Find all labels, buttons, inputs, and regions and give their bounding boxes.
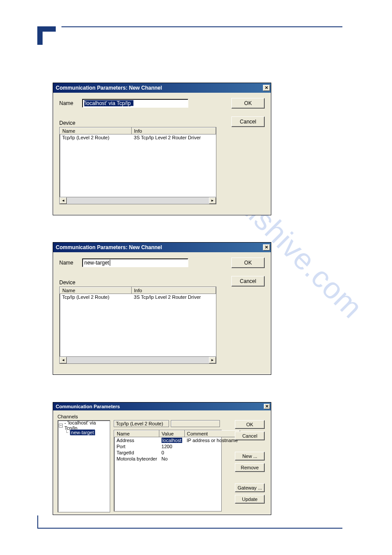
channel-type-panel: Tcp/Ip (Level 2 Route)	[114, 420, 169, 427]
address-value[interactable]: localhost	[162, 438, 182, 443]
col-value: Value	[159, 431, 184, 437]
name-value: new-target	[84, 260, 109, 266]
titlebar[interactable]: Communication Parameters: New Channel ✕	[53, 83, 271, 93]
device-list-row[interactable]: Tcp/Ip (Level 2 Route) 3S Tcp/Ip Level 2…	[60, 134, 216, 141]
remove-button[interactable]: Remove	[235, 463, 265, 472]
tree-root[interactable]: − - 'localhost' via Tcp/Ip	[59, 422, 109, 429]
device-listbox[interactable]: Name Info Tcp/Ip (Level 2 Route) 3S Tcp/…	[59, 287, 216, 364]
channels-label: Channels	[58, 414, 266, 419]
params-listbox[interactable]: Name Value Comment Address localhost IP …	[114, 430, 222, 511]
device-name: Tcp/Ip (Level 2 Route)	[60, 134, 132, 141]
scroll-left-icon[interactable]: ◄	[60, 197, 67, 204]
device-list-header: Name Info	[60, 287, 216, 294]
scroll-right-icon[interactable]: ►	[209, 197, 216, 204]
title-text: Communication Parameters: New Channel	[56, 243, 162, 252]
scroll-right-icon[interactable]: ►	[209, 357, 216, 363]
ok-button[interactable]: OK	[231, 98, 265, 109]
param-row[interactable]: TargetId 0	[115, 450, 240, 456]
col-name: Name	[60, 287, 132, 294]
title-text: Communication Parameters	[56, 403, 120, 410]
new-channel-dialog-2: Communication Parameters: New Channel ✕ …	[53, 242, 271, 375]
name-input[interactable]: 'localhost' via Tcp/Ip_	[82, 99, 188, 108]
close-icon[interactable]: ✕	[264, 404, 270, 409]
col-comment: Comment	[184, 431, 240, 437]
param-row[interactable]: Motorola byteorder No	[115, 456, 240, 462]
col-info: Info	[132, 287, 216, 294]
horizontal-scrollbar[interactable]: ◄ ►	[60, 356, 216, 363]
ok-button[interactable]: OK	[231, 258, 265, 268]
name-label: Name	[59, 260, 77, 266]
device-name: Tcp/Ip (Level 2 Route)	[60, 294, 132, 301]
title-text: Communication Parameters: New Channel	[56, 83, 162, 93]
cancel-button[interactable]: Cancel	[231, 276, 265, 287]
col-name: Name	[115, 431, 159, 437]
close-icon[interactable]: ✕	[263, 85, 270, 91]
update-button[interactable]: Update	[235, 495, 265, 504]
horizontal-scrollbar[interactable]: ◄ ►	[60, 197, 216, 204]
name-value: 'localhost' via Tcp/Ip_	[84, 100, 133, 106]
close-icon[interactable]: ✕	[263, 244, 270, 250]
cancel-button[interactable]: Cancel	[231, 116, 265, 127]
gateway-button[interactable]: Gateway ...	[235, 483, 265, 492]
param-row[interactable]: Address localhost IP address or hostname	[115, 437, 240, 444]
cancel-button[interactable]: Cancel	[235, 432, 265, 440]
channel-tree[interactable]: − - 'localhost' via Tcp/Ip └ new-target	[58, 420, 110, 512]
col-info: Info	[132, 128, 216, 134]
params-list-header: Name Value Comment	[115, 431, 240, 437]
param-row[interactable]: Port 1200	[115, 443, 240, 450]
tree-child-label: new-target	[70, 429, 95, 435]
ok-button[interactable]: OK	[235, 420, 265, 429]
collapse-icon[interactable]: −	[59, 424, 63, 428]
comm-params-dialog: Communication Parameters ✕ Channels − - …	[53, 402, 271, 515]
device-info: 3S Tcp/Ip Level 2 Router Driver	[132, 134, 216, 141]
new-button[interactable]: New ...	[235, 452, 265, 461]
device-listbox[interactable]: Name Info Tcp/Ip (Level 2 Route) 3S Tcp/…	[59, 127, 216, 204]
titlebar[interactable]: Communication Parameters: New Channel ✕	[53, 243, 271, 252]
channel-extra-panel	[171, 420, 220, 427]
name-input[interactable]: new-target	[82, 258, 188, 267]
scroll-left-icon[interactable]: ◄	[60, 357, 67, 363]
titlebar[interactable]: Communication Parameters ✕	[53, 403, 271, 410]
col-name: Name	[60, 128, 132, 134]
device-list-header: Name Info	[60, 128, 216, 134]
device-info: 3S Tcp/Ip Level 2 Router Driver	[132, 294, 216, 301]
new-channel-dialog-1: Communication Parameters: New Channel ✕ …	[53, 83, 271, 215]
device-list-row[interactable]: Tcp/Ip (Level 2 Route) 3S Tcp/Ip Level 2…	[60, 294, 216, 301]
name-label: Name	[59, 100, 77, 106]
